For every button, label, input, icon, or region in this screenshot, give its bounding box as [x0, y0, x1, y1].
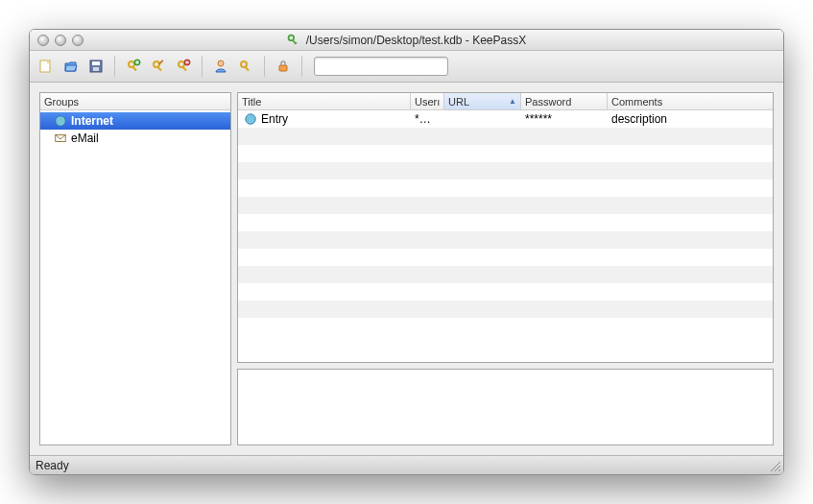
save-database-button[interactable]	[85, 56, 107, 77]
empty-row	[238, 231, 773, 249]
toolbar-separator	[264, 56, 265, 77]
globe-icon	[244, 112, 257, 126]
column-url[interactable]: URL▲	[444, 93, 521, 109]
entries-header: Title Userı URL▲ Password Comments	[238, 93, 773, 110]
svg-point-17	[241, 61, 247, 67]
right-stack: Title Userı URL▲ Password Comments Entry…	[237, 92, 774, 445]
entry-row[interactable]: Entry *… ****** description	[238, 110, 773, 128]
sort-ascending-icon: ▲	[509, 97, 516, 106]
entry-password: ******	[525, 112, 552, 126]
svg-point-0	[288, 35, 294, 40]
group-item-internet[interactable]: Internet	[40, 112, 230, 130]
group-label: Internet	[71, 114, 113, 128]
groups-header: Groups	[40, 93, 230, 110]
search-input[interactable]	[314, 57, 448, 76]
copy-password-button[interactable]	[235, 56, 256, 77]
zoom-window-button[interactable]	[72, 35, 84, 46]
svg-rect-19	[279, 65, 287, 71]
empty-row	[238, 283, 773, 300]
titlebar: /Users/simon/Desktop/test.kdb - KeePassX	[30, 30, 783, 51]
toolbar	[30, 51, 783, 83]
group-item-email[interactable]: eMail	[40, 130, 230, 147]
svg-point-7	[129, 61, 134, 67]
svg-point-16	[218, 60, 224, 66]
copy-username-button[interactable]	[210, 56, 231, 77]
empty-row	[238, 266, 773, 283]
svg-rect-2	[295, 41, 298, 44]
svg-point-22	[246, 114, 256, 125]
empty-row	[238, 180, 773, 197]
svg-point-10	[154, 61, 159, 67]
empty-row	[238, 249, 773, 266]
toolbar-separator	[202, 56, 203, 77]
new-database-button[interactable]	[36, 56, 57, 77]
envelope-icon	[54, 132, 67, 145]
empty-row	[238, 214, 773, 231]
resize-grip[interactable]	[768, 459, 781, 472]
close-window-button[interactable]	[37, 35, 49, 46]
column-password[interactable]: Password	[521, 93, 608, 109]
entries-panel: Title Userı URL▲ Password Comments Entry…	[237, 92, 774, 363]
window-controls	[30, 35, 84, 46]
statusbar: Ready	[30, 455, 783, 474]
globe-icon	[54, 114, 67, 128]
svg-line-25	[778, 469, 780, 471]
entries-rows[interactable]: Entry *… ****** description	[238, 110, 773, 362]
group-label: eMail	[71, 132, 99, 145]
column-title[interactable]: Title	[238, 93, 411, 109]
entry-details-panel	[237, 369, 774, 445]
entry-title: Entry	[261, 112, 288, 126]
groups-panel: Groups Internet eMail	[39, 92, 231, 445]
edit-entry-button[interactable]	[148, 56, 169, 77]
svg-rect-6	[93, 67, 99, 71]
column-comments[interactable]: Comments	[608, 93, 773, 109]
lock-workspace-button[interactable]	[273, 56, 294, 77]
svg-point-13	[179, 61, 184, 67]
empty-row	[238, 162, 773, 180]
open-database-button[interactable]	[60, 56, 82, 77]
empty-row	[238, 300, 773, 318]
delete-entry-button[interactable]	[173, 56, 194, 77]
toolbar-separator	[114, 56, 115, 77]
toolbar-separator	[301, 56, 302, 77]
entry-comments: description	[611, 112, 667, 126]
main-area: Groups Internet eMail Title Userı URL▲	[30, 83, 783, 455]
empty-row	[238, 128, 773, 145]
column-username[interactable]: Userı	[411, 93, 444, 109]
app-icon	[287, 34, 300, 47]
empty-row	[238, 197, 773, 214]
add-entry-button[interactable]	[123, 56, 144, 77]
status-text: Ready	[36, 459, 69, 472]
svg-rect-5	[92, 61, 100, 65]
app-window: /Users/simon/Desktop/test.kdb - KeePassX	[29, 29, 784, 475]
empty-row	[238, 145, 773, 162]
entry-username: *…	[415, 112, 431, 126]
window-title: /Users/simon/Desktop/test.kdb - KeePassX	[306, 34, 526, 47]
groups-tree[interactable]: Internet eMail	[40, 110, 230, 444]
minimize-window-button[interactable]	[55, 35, 66, 46]
svg-rect-1	[292, 39, 297, 44]
